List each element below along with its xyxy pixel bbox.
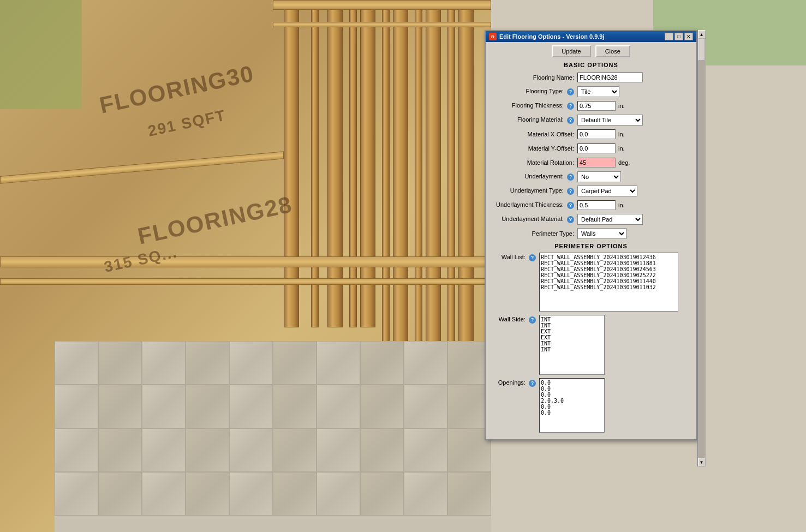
openings-row: Openings: ? 0.0 0.0 0.0 2.0,3.0 0.0 0.0	[490, 378, 692, 433]
material-x-offset-input[interactable]	[577, 129, 616, 139]
tile	[447, 472, 491, 516]
tile	[404, 341, 447, 385]
underlayment-material-help-icon[interactable]: ?	[567, 216, 574, 223]
underlayment-thickness-row: Underlayment Thickness: ? in.	[490, 199, 692, 211]
perimeter-options-header: PERIMETER OPTIONS	[490, 243, 692, 249]
flooring-type-label: Flooring Type: ?	[490, 88, 577, 95]
tile	[360, 472, 404, 516]
flooring-thickness-input[interactable]	[577, 101, 616, 111]
tile	[317, 385, 360, 428]
underlayment-thickness-input[interactable]	[577, 200, 616, 210]
flooring-type-select[interactable]: Tile Hardwood Carpet Laminate	[577, 86, 619, 97]
openings-help-icon[interactable]: ?	[529, 380, 536, 387]
flooring-material-select[interactable]: Default Tile Custom	[577, 115, 643, 125]
material-x-offset-control: in.	[577, 129, 692, 139]
tile	[142, 472, 186, 516]
tile	[404, 428, 447, 472]
frame-h1	[0, 256, 491, 267]
tile	[273, 385, 317, 428]
tile	[55, 341, 98, 385]
scroll-thumb[interactable]	[698, 39, 705, 61]
tile	[360, 428, 404, 472]
flooring-material-label: Flooring Material: ?	[490, 116, 577, 124]
material-rotation-label: Material Rotation:	[490, 159, 577, 166]
floor-label-1: FLOORING30	[97, 61, 256, 119]
material-y-offset-control: in.	[577, 144, 692, 153]
dialog-titlebar: R Edit Flooring Options - Version 0.9.9j…	[486, 31, 696, 42]
underlayment-material-row: Underlayment Material: ? Default Pad Cus…	[490, 213, 692, 225]
tile	[229, 385, 273, 428]
close-button[interactable]: ✕	[684, 33, 693, 40]
basic-options-header: BASIC OPTIONS	[490, 62, 692, 68]
flooring-name-control	[577, 73, 692, 82]
tile	[55, 385, 98, 428]
perimeter-type-control: Walls Faces Custom	[577, 228, 692, 239]
underlayment-help-icon[interactable]: ?	[567, 174, 574, 181]
floor-tile-area	[55, 341, 491, 532]
material-y-offset-input[interactable]	[577, 144, 616, 153]
openings-label: Openings: ?	[490, 378, 539, 387]
flooring-thickness-label: Flooring Thickness: ?	[490, 102, 577, 110]
tile	[360, 341, 404, 385]
perimeter-type-select[interactable]: Walls Faces Custom	[577, 228, 626, 239]
tile	[317, 472, 360, 516]
flooring-name-row: Flooring Name:	[490, 71, 692, 83]
dialog-scrollbar[interactable]: ▲ ▼	[697, 30, 705, 467]
tile	[98, 428, 142, 472]
tile	[229, 428, 273, 472]
openings-textarea[interactable]: 0.0 0.0 0.0 2.0,3.0 0.0 0.0	[539, 378, 605, 433]
underlayment-material-control: Default Pad Custom	[577, 214, 692, 225]
wall-side-textarea[interactable]: INT INT EXT EXT INT INT	[539, 315, 605, 375]
tile	[229, 341, 273, 385]
tile	[55, 428, 98, 472]
tile	[360, 385, 404, 428]
minimize-button[interactable]: _	[665, 33, 673, 40]
window-controls: _ □ ✕	[665, 33, 693, 40]
wall-side-row: Wall Side: ? INT INT EXT EXT INT INT	[490, 315, 692, 375]
flooring-material-help-icon[interactable]: ?	[567, 117, 574, 124]
underlayment-type-select[interactable]: Carpet Pad Foam Cork	[577, 186, 637, 196]
underlayment-type-row: Underlayment Type: ? Carpet Pad Foam Cor…	[490, 185, 692, 197]
green-wall-bg	[0, 0, 82, 109]
tile	[98, 341, 142, 385]
app-icon: R	[489, 33, 497, 40]
wall-side-help-icon[interactable]: ?	[529, 316, 536, 324]
material-rotation-unit: deg.	[618, 159, 630, 166]
scroll-up-arrow[interactable]: ▲	[698, 30, 706, 39]
underlayment-type-control: Carpet Pad Foam Cork	[577, 186, 692, 196]
material-x-offset-label: Material X-Offset:	[490, 131, 577, 138]
scroll-down-arrow[interactable]: ▼	[698, 458, 706, 467]
tile	[273, 341, 317, 385]
material-x-offset-row: Material X-Offset: in.	[490, 128, 692, 140]
tile	[142, 341, 186, 385]
tile	[186, 472, 229, 516]
tile	[317, 341, 360, 385]
top-buttons: Update Close	[490, 45, 692, 57]
underlayment-material-select[interactable]: Default Pad Custom	[577, 214, 643, 225]
flooring-name-input[interactable]	[577, 73, 643, 82]
underlayment-type-help-icon[interactable]: ?	[567, 188, 574, 195]
tile	[404, 385, 447, 428]
floor-label-3: FLOORING28	[135, 192, 295, 250]
underlayment-thickness-help-icon[interactable]: ?	[567, 202, 574, 209]
tile	[55, 472, 98, 516]
update-button[interactable]: Update	[552, 45, 590, 57]
wall-list-label: Wall List: ?	[490, 253, 539, 261]
flooring-thickness-help-icon[interactable]: ?	[567, 103, 574, 110]
material-y-offset-row: Material Y-Offset: in.	[490, 142, 692, 154]
wall-list-help-icon[interactable]: ?	[529, 254, 536, 261]
material-rotation-row: Material Rotation: deg.	[490, 157, 692, 169]
wall-list-textarea[interactable]: RECT_WALL_ASSEMBLY_2024103019012436 RECT…	[539, 253, 678, 312]
tile	[273, 428, 317, 472]
frame-h2	[0, 278, 491, 285]
maximize-button[interactable]: □	[674, 33, 683, 40]
wall-list-row: Wall List: ? RECT_WALL_ASSEMBLY_20241030…	[490, 253, 692, 312]
tile	[273, 472, 317, 516]
tile	[98, 472, 142, 516]
flooring-type-help-icon[interactable]: ?	[567, 88, 574, 95]
close-dialog-button[interactable]: Close	[595, 45, 630, 57]
wall-side-label: Wall Side: ?	[490, 315, 539, 324]
dialog-body: Update Close BASIC OPTIONS Flooring Name…	[486, 42, 696, 439]
material-rotation-input[interactable]	[577, 158, 616, 168]
underlayment-select[interactable]: No Yes	[577, 171, 621, 182]
